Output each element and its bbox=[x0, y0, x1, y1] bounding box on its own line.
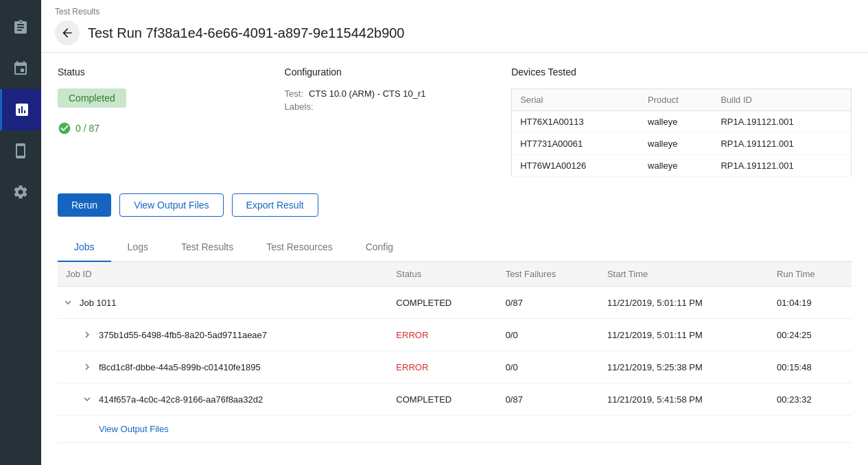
job-start-time: 11/21/2019, 5:41:58 PM bbox=[599, 383, 769, 416]
sidebar-item-settings[interactable] bbox=[0, 171, 41, 213]
rerun-button[interactable]: Rerun bbox=[58, 193, 111, 217]
config-test-key: Test: bbox=[285, 88, 303, 99]
job-status: COMPLETED bbox=[388, 287, 497, 319]
page-title: Test Run 7f38a1e4-6e66-4091-a897-9e11544… bbox=[88, 25, 405, 41]
config-label: Configuration bbox=[285, 67, 512, 78]
config-test-row: Test: CTS 10.0 (ARM) - CTS 10_r1 bbox=[285, 88, 512, 99]
device-serial: HT7731A00061 bbox=[512, 133, 640, 155]
job-test-failures: 0/0 bbox=[497, 351, 599, 383]
job-test-failures: 0/0 bbox=[497, 319, 599, 351]
job-id-cell: 414f657a-4c0c-42c8-9166-aa76f8aa32d2 bbox=[58, 383, 388, 416]
device-build: RP1A.191121.001 bbox=[712, 133, 851, 155]
sidebar-item-calendar[interactable] bbox=[0, 48, 41, 89]
config-labels-row: Labels: bbox=[285, 102, 512, 112]
col-status: Status bbox=[388, 262, 497, 287]
job-test-failures: 0/87 bbox=[497, 383, 599, 416]
tab-test-resources[interactable]: Test Resources bbox=[250, 233, 349, 262]
sidebar-item-device[interactable] bbox=[0, 130, 41, 171]
view-output-button[interactable]: View Output Files bbox=[119, 193, 223, 217]
job-test-failures: 0/87 bbox=[497, 287, 599, 319]
job-id-label: 375b1d55-6498-4fb5-8a20-5ad9711aeae7 bbox=[99, 330, 267, 340]
job-run-time: 00:15:48 bbox=[769, 351, 852, 383]
job-id-cell: Job 1011 bbox=[58, 287, 388, 319]
devices-col-product: Product bbox=[640, 89, 712, 111]
device-product: walleye bbox=[640, 111, 712, 133]
job-status: COMPLETED bbox=[388, 383, 497, 416]
main-content: Test Results Test Run 7f38a1e4-6e66-4091… bbox=[41, 0, 868, 465]
sidebar-item-analytics[interactable] bbox=[0, 89, 41, 130]
pass-count-text: 0 / 87 bbox=[75, 123, 99, 134]
status-section: Status Completed 0 / 87 bbox=[58, 67, 285, 177]
device-build: RP1A.191121.001 bbox=[712, 155, 851, 177]
jobs-table: Job ID Status Test Failures Start Time R… bbox=[58, 262, 852, 443]
job-run-time: 01:04:19 bbox=[769, 287, 852, 319]
breadcrumb: Test Results bbox=[55, 7, 854, 16]
tab-test-results[interactable]: Test Results bbox=[165, 233, 250, 262]
device-row: HT76W1A00126 walleye RP1A.191121.001 bbox=[512, 155, 852, 177]
view-output-cell: View Output Files bbox=[58, 416, 852, 443]
status-label: Status bbox=[58, 67, 285, 78]
expand-button[interactable] bbox=[80, 359, 95, 374]
job-run-time: 00:23:32 bbox=[769, 383, 852, 416]
tab-logs[interactable]: Logs bbox=[111, 233, 165, 262]
view-output-files-link[interactable]: View Output Files bbox=[99, 424, 169, 434]
col-job-id: Job ID bbox=[58, 262, 388, 287]
device-row: HT7731A00061 walleye RP1A.191121.001 bbox=[512, 133, 852, 155]
devices-section: Devices Tested Serial Product Build ID H… bbox=[511, 67, 852, 177]
device-product: walleye bbox=[640, 133, 712, 155]
device-row: HT76X1A00113 walleye RP1A.191121.001 bbox=[512, 111, 852, 133]
action-buttons: Rerun View Output Files Export Result bbox=[58, 193, 852, 217]
expand-button[interactable] bbox=[60, 295, 75, 310]
expand-button[interactable] bbox=[80, 327, 95, 342]
job-status: ERROR bbox=[388, 319, 497, 351]
device-product: walleye bbox=[640, 155, 712, 177]
header: Test Results Test Run 7f38a1e4-6e66-4091… bbox=[41, 0, 868, 53]
pass-count: 0 / 87 bbox=[58, 121, 285, 135]
job-id-label: f8cd1c8f-dbbe-44a5-899b-c01410fe1895 bbox=[99, 362, 261, 372]
job-id-cell: 375b1d55-6498-4fb5-8a20-5ad9711aeae7 bbox=[58, 319, 388, 351]
job-start-time: 11/21/2019, 5:01:11 PM bbox=[599, 319, 769, 351]
job-run-time: 00:24:25 bbox=[769, 319, 852, 351]
devices-label: Devices Tested bbox=[511, 67, 852, 78]
tab-config[interactable]: Config bbox=[349, 233, 410, 262]
sidebar-item-tasks[interactable] bbox=[0, 7, 41, 48]
expand-button[interactable] bbox=[80, 392, 95, 407]
check-circle-icon bbox=[58, 121, 71, 135]
job-row: f8cd1c8f-dbbe-44a5-899b-c01410fe1895 ERR… bbox=[58, 351, 852, 383]
tabs: Jobs Logs Test Results Test Resources Co… bbox=[58, 233, 852, 262]
col-test-failures: Test Failures bbox=[497, 262, 599, 287]
config-test-value: CTS 10.0 (ARM) - CTS 10_r1 bbox=[309, 88, 426, 99]
device-serial: HT76W1A00126 bbox=[512, 155, 640, 177]
view-output-row: View Output Files bbox=[58, 416, 852, 443]
configuration-section: Configuration Test: CTS 10.0 (ARM) - CTS… bbox=[285, 67, 512, 177]
device-build: RP1A.191121.001 bbox=[712, 111, 851, 133]
job-status: ERROR bbox=[388, 351, 497, 383]
job-row: Job 1011 COMPLETED 0/87 11/21/2019, 5:01… bbox=[58, 287, 852, 319]
col-run-time: Run Time bbox=[769, 262, 852, 287]
job-start-time: 11/21/2019, 5:25:38 PM bbox=[599, 351, 769, 383]
job-id-label: Job 1011 bbox=[80, 298, 117, 308]
config-labels-key: Labels: bbox=[285, 102, 314, 112]
col-start-time: Start Time bbox=[599, 262, 769, 287]
back-button[interactable] bbox=[55, 21, 80, 45]
devices-col-build: Build ID bbox=[712, 89, 851, 111]
tab-jobs[interactable]: Jobs bbox=[58, 233, 111, 262]
export-result-button[interactable]: Export Result bbox=[232, 193, 318, 217]
header-title-row: Test Run 7f38a1e4-6e66-4091-a897-9e11544… bbox=[55, 21, 854, 52]
job-id-label: 414f657a-4c0c-42c8-9166-aa76f8aa32d2 bbox=[99, 394, 263, 405]
job-row: 375b1d55-6498-4fb5-8a20-5ad9711aeae7 ERR… bbox=[58, 319, 852, 351]
content-area: Status Completed 0 / 87 Configuration Te… bbox=[41, 53, 868, 465]
job-row: 414f657a-4c0c-42c8-9166-aa76f8aa32d2 COM… bbox=[58, 383, 852, 416]
info-section: Status Completed 0 / 87 Configuration Te… bbox=[58, 67, 852, 177]
device-serial: HT76X1A00113 bbox=[512, 111, 640, 133]
devices-col-serial: Serial bbox=[512, 89, 640, 111]
status-badge: Completed bbox=[58, 88, 126, 108]
job-start-time: 11/21/2019, 5:01:11 PM bbox=[599, 287, 769, 319]
job-id-cell: f8cd1c8f-dbbe-44a5-899b-c01410fe1895 bbox=[58, 351, 388, 383]
sidebar bbox=[0, 0, 41, 465]
devices-table: Serial Product Build ID HT76X1A00113 wal… bbox=[511, 88, 852, 177]
